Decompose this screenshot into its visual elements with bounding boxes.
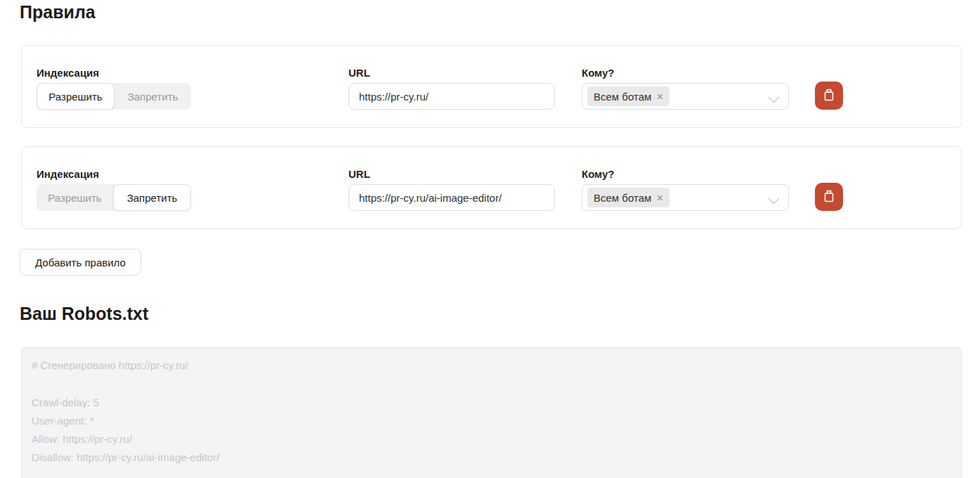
delete-rule-button[interactable] xyxy=(815,82,843,110)
bot-tag: Всем ботам × xyxy=(587,188,669,207)
indexing-toggle: Разрешить Запретить xyxy=(37,83,191,110)
page-title: Правила xyxy=(20,1,980,22)
allow-toggle-button[interactable]: Разрешить xyxy=(37,184,113,211)
robots-output-textarea[interactable]: # Сгенерировано https://pr-cy.ru/ Crawl-… xyxy=(21,347,962,478)
allow-toggle-button[interactable]: Разрешить xyxy=(37,83,115,110)
rule-card: Индексация Разрешить Запретить URL Кому?… xyxy=(21,146,962,229)
url-label: URL xyxy=(348,67,582,79)
add-rule-button[interactable]: Добавить правило xyxy=(20,249,141,276)
trash-icon xyxy=(822,188,836,206)
bot-tag-label: Всем ботам xyxy=(594,192,651,204)
indexing-toggle: Разрешить Запретить xyxy=(37,184,191,211)
bots-multiselect[interactable]: Всем ботам × xyxy=(582,184,789,211)
disallow-toggle-button[interactable]: Запретить xyxy=(113,184,191,211)
url-field: URL xyxy=(348,67,582,110)
trash-icon xyxy=(822,87,836,105)
delete-rule-button[interactable] xyxy=(815,183,843,211)
to-whom-field: Кому? Всем ботам × xyxy=(582,67,789,110)
bot-tag: Всем ботам × xyxy=(587,86,669,106)
url-field: URL xyxy=(348,168,582,211)
bots-multiselect[interactable]: Всем ботам × xyxy=(582,83,789,110)
output-title: Ваш Robots.txt xyxy=(20,303,980,324)
bot-tag-label: Всем ботам xyxy=(594,91,651,103)
to-whom-label: Кому? xyxy=(582,168,789,180)
indexing-field: Индексация Разрешить Запретить xyxy=(37,67,348,110)
indexing-label: Индексация xyxy=(37,168,348,180)
chevron-down-icon[interactable] xyxy=(768,93,780,106)
to-whom-field: Кому? Всем ботам × xyxy=(582,168,789,211)
indexing-field: Индексация Разрешить Запретить xyxy=(37,168,348,211)
chevron-down-icon[interactable] xyxy=(768,195,780,207)
x-icon[interactable]: × xyxy=(656,192,663,204)
url-label: URL xyxy=(348,168,582,180)
indexing-label: Индексация xyxy=(37,67,348,79)
url-input[interactable] xyxy=(348,83,555,110)
disallow-toggle-button[interactable]: Запретить xyxy=(115,83,191,110)
to-whom-label: Кому? xyxy=(582,67,789,79)
rule-card: Индексация Разрешить Запретить URL Кому?… xyxy=(21,45,962,128)
x-icon[interactable]: × xyxy=(656,91,663,103)
url-input[interactable] xyxy=(348,184,555,211)
